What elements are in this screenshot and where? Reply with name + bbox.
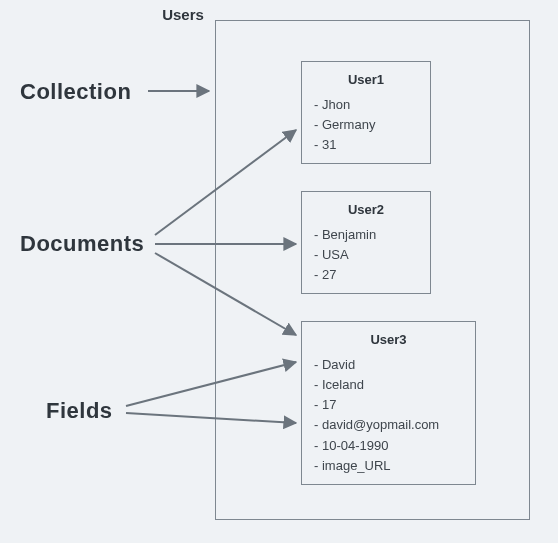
field-item: 10-04-1990 xyxy=(314,436,463,456)
field-item: Germany xyxy=(314,115,418,135)
field-item: USA xyxy=(314,245,418,265)
field-item: 17 xyxy=(314,395,463,415)
field-item: 31 xyxy=(314,135,418,155)
doc-box-user1: User1 Jhon Germany 31 xyxy=(301,61,431,164)
doc-title: User3 xyxy=(314,332,463,347)
field-item: image_URL xyxy=(314,456,463,476)
label-documents: Documents xyxy=(20,231,144,257)
field-list: David Iceland 17 david@yopmail.com 10-04… xyxy=(314,355,463,476)
field-list: Jhon Germany 31 xyxy=(314,95,418,155)
field-item: david@yopmail.com xyxy=(314,415,463,435)
field-item: Iceland xyxy=(314,375,463,395)
field-list: Benjamin USA 27 xyxy=(314,225,418,285)
doc-title: User2 xyxy=(314,202,418,217)
doc-box-user3: User3 David Iceland 17 david@yopmail.com… xyxy=(301,321,476,485)
diagram-canvas: Collection Documents Fields Users User1 … xyxy=(0,0,558,543)
users-container: User1 Jhon Germany 31 User2 Benjamin USA… xyxy=(215,20,530,520)
field-item: 27 xyxy=(314,265,418,285)
doc-title: User1 xyxy=(314,72,418,87)
field-item: Jhon xyxy=(314,95,418,115)
doc-box-user2: User2 Benjamin USA 27 xyxy=(301,191,431,294)
field-item: David xyxy=(314,355,463,375)
label-fields: Fields xyxy=(46,398,113,424)
label-collection: Collection xyxy=(20,79,131,105)
field-item: Benjamin xyxy=(314,225,418,245)
